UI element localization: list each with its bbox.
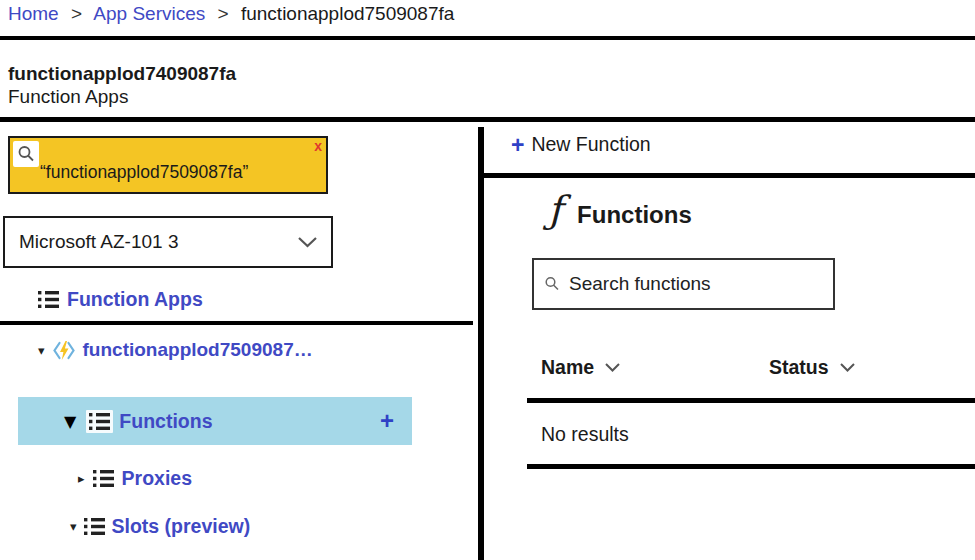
plus-icon: + [511,135,524,155]
clear-search-icon[interactable]: x [314,138,322,154]
expander-down-icon[interactable]: ▼ [64,412,76,431]
sidebar-search-box[interactable]: “functionapplod7509087fa” x [8,136,328,194]
panel-divider [478,127,484,560]
breadcrumb-app-services-link[interactable]: App Services [93,3,205,24]
expander-down-icon[interactable]: ▾ [38,343,45,358]
functions-title-label: Functions [577,201,692,229]
tree-item-label: Proxies [122,467,192,490]
empty-results-message: No results [541,423,629,446]
page-subtitle: Function Apps [8,86,128,108]
functions-search-input[interactable] [569,273,823,295]
top-divider [0,36,975,40]
sort-chevron-icon [840,363,855,372]
breadcrumb: Home > App Services > functionapplod7509… [8,3,454,25]
search-icon [13,141,39,167]
list-icon [93,469,114,488]
new-function-label: New Function [531,133,650,156]
tree-item-label: functionapplod7509087… [83,339,313,361]
sidebar-item-function-apps[interactable]: Function Apps [38,288,203,311]
table-header-divider [527,398,975,403]
function-app-icon [52,340,76,361]
new-function-button[interactable]: + New Function [511,133,651,156]
tree-item-function-app[interactable]: ▾ functionapplod7509087… [38,339,313,361]
column-header-label: Status [769,356,829,379]
column-header-status[interactable]: Status [769,356,855,379]
breadcrumb-separator: > [218,3,229,24]
list-icon [86,410,113,433]
subscription-dropdown[interactable]: Microsoft AZ-101 3 [3,216,333,268]
tree-item-slots[interactable]: ▾ Slots (preview) [70,515,250,538]
function-glyph-icon: ƒ [548,190,562,230]
tree-item-label: Functions [119,410,212,433]
list-icon [38,290,59,309]
sidebar-item-label: Function Apps [67,288,203,311]
breadcrumb-current: functionapplod7509087fa [241,3,454,24]
sidebar-divider [0,321,473,325]
breadcrumb-separator: > [71,3,82,24]
sort-chevron-icon [605,363,620,372]
header-divider [0,117,975,122]
tree-item-functions[interactable]: ▼ Functions + [18,397,412,445]
column-header-label: Name [541,356,594,379]
tree-item-label: Slots (preview) [112,515,251,538]
page-title: functionapplod7409087fa [8,63,236,85]
column-header-name[interactable]: Name [541,356,620,379]
tree-item-proxies[interactable]: ▸ Proxies [78,467,192,490]
chevron-down-icon [298,237,317,248]
breadcrumb-home-link[interactable]: Home [8,3,59,24]
functions-search-box[interactable] [532,258,835,310]
azure-functions-page: Home > App Services > functionapplod7509… [0,0,975,560]
search-icon [544,276,560,292]
expander-down-icon[interactable]: ▾ [70,519,77,534]
sidebar-search-value: “functionapplod7509087fa” [40,162,248,183]
list-icon [84,517,105,536]
table-bottom-divider [527,464,975,469]
functions-panel-title: ƒ Functions [548,190,692,230]
expander-right-icon[interactable]: ▸ [78,471,85,486]
new-function-divider [484,173,975,178]
add-function-icon[interactable]: + [380,409,394,433]
subscription-dropdown-value: Microsoft AZ-101 3 [19,231,178,253]
